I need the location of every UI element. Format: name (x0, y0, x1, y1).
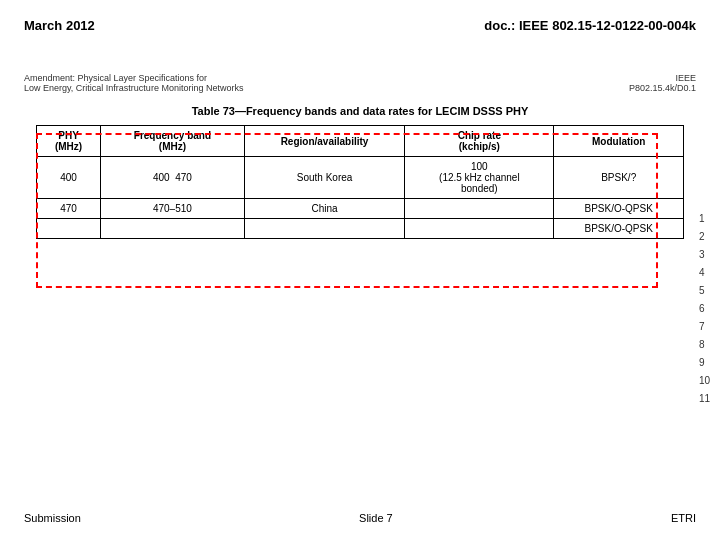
table-container: Table 73—Frequency bands and data rates … (36, 105, 684, 239)
line-num-6: 6 (699, 300, 710, 318)
footer-submission: Submission (24, 512, 81, 524)
cell-phy-1: 400 (37, 157, 101, 199)
line-num-4: 4 (699, 264, 710, 282)
page-footer: Submission Slide 7 ETRI (0, 512, 720, 524)
cell-freq-3 (101, 219, 245, 239)
table-row: 470 470–510 China BPSK/O-QPSK (37, 199, 684, 219)
line-num-2: 2 (699, 228, 710, 246)
line-num-5: 5 (699, 282, 710, 300)
col-header-phy: PHY(MHz) (37, 126, 101, 157)
frequency-table: PHY(MHz) Frequency band(MHz) Region/avai… (36, 125, 684, 239)
sub-header-right: IEEE P802.15.4k/D0.1 (629, 73, 696, 93)
cell-chip-2 (405, 199, 554, 219)
page-header: March 2012 doc.: IEEE 802.15-12-0122-00-… (0, 0, 720, 43)
cell-chip-1: 100 (12.5 kHz channel bonded) (405, 157, 554, 199)
cell-region-1: South Korea (244, 157, 405, 199)
sub-header-left: Amendment: Physical Layer Specifications… (24, 73, 243, 93)
cell-phy-2: 470 (37, 199, 101, 219)
cell-region-3 (244, 219, 405, 239)
cell-mod-2: BPSK/O-QPSK (554, 199, 684, 219)
sub-header: Amendment: Physical Layer Specifications… (0, 73, 720, 93)
footer-slide: Slide 7 (81, 512, 671, 524)
cell-freq-2: 470–510 (101, 199, 245, 219)
cell-chip-3 (405, 219, 554, 239)
header-date: March 2012 (24, 18, 95, 33)
line-num-7: 7 (699, 318, 710, 336)
table-row: BPSK/O-QPSK (37, 219, 684, 239)
col-header-region: Region/availability (244, 126, 405, 157)
col-header-freq: Frequency band(MHz) (101, 126, 245, 157)
cell-region-2: China (244, 199, 405, 219)
cell-phy-3 (37, 219, 101, 239)
line-num-3: 3 (699, 246, 710, 264)
line-num-10: 10 (699, 372, 710, 390)
col-header-mod: Modulation (554, 126, 684, 157)
line-num-1: 1 (699, 210, 710, 228)
table-title: Table 73—Frequency bands and data rates … (36, 105, 684, 117)
line-numbers: 1 2 3 4 5 6 7 8 9 10 11 (699, 210, 710, 408)
cell-freq-1: 400 470 (101, 157, 245, 199)
table-row: 400 400 470 South Korea 100 (12.5 kHz ch… (37, 157, 684, 199)
footer-organization: ETRI (671, 512, 696, 524)
cell-mod-1: BPSK/? (554, 157, 684, 199)
cell-mod-3: BPSK/O-QPSK (554, 219, 684, 239)
line-num-8: 8 (699, 336, 710, 354)
line-num-9: 9 (699, 354, 710, 372)
col-header-chip: Chip rate(kchip/s) (405, 126, 554, 157)
header-doc-id: doc.: IEEE 802.15-12-0122-00-004k (484, 18, 696, 33)
line-num-11: 11 (699, 390, 710, 408)
